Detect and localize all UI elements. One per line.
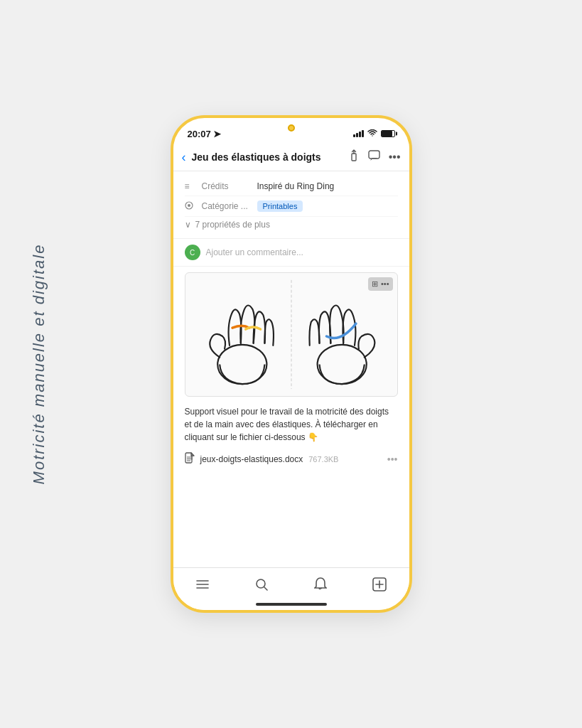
credits-value: Inspiré du Ring Ding (257, 181, 335, 191)
tab-plus[interactable] (365, 572, 394, 601)
comment-input-row[interactable]: C Ajouter un commentaire... (185, 245, 398, 260)
category-label: Catégorie ... (202, 201, 252, 211)
nav-bar: ‹ Jeu des élastiques à doigts ••• (173, 144, 409, 171)
status-icons (353, 129, 395, 138)
share-button[interactable] (348, 149, 360, 165)
wifi-icon (367, 129, 377, 138)
phone-frame: 20:07 ➤ ‹ (171, 115, 412, 613)
comment-section: C Ajouter un commentaire... (173, 239, 409, 267)
battery-icon (381, 130, 395, 137)
tab-list[interactable] (188, 572, 217, 601)
back-button[interactable]: ‹ (182, 150, 186, 165)
notch-dot (288, 124, 295, 132)
properties-section: ≡ Crédits Inspiré du Ring Ding Catégorie… (173, 171, 409, 239)
svg-point-14 (257, 579, 265, 588)
svg-point-3 (188, 204, 190, 207)
more-properties-label: 7 propriétés de plus (195, 220, 270, 230)
comment-button[interactable] (368, 150, 380, 164)
power-button (411, 203, 412, 239)
hands-illustration (185, 273, 397, 396)
file-section[interactable]: jeux-doigts-elastiques.docx 767.3KB ••• (173, 449, 409, 471)
mute-button (171, 189, 172, 209)
tab-bell[interactable] (306, 572, 335, 601)
credits-label: Crédits (202, 181, 252, 191)
category-row: Catégorie ... Printables (185, 196, 398, 217)
comment-placeholder: Ajouter un commentaire... (206, 247, 303, 257)
description-section: Support visuel pour le travail de la mot… (173, 402, 409, 449)
phone-notch (249, 118, 334, 138)
chevron-down-icon: ∨ (185, 220, 191, 230)
search-icon (255, 578, 268, 594)
file-icon (185, 452, 195, 466)
more-button[interactable]: ••• (389, 151, 401, 164)
volume-down-button (171, 255, 172, 283)
description-text: Support visuel pour le travail de la mot… (185, 405, 398, 444)
bell-icon (314, 577, 327, 595)
svg-rect-0 (352, 154, 356, 161)
status-time: 20:07 ➤ (188, 129, 222, 139)
plus-square-icon (372, 577, 387, 595)
credits-row: ≡ Crédits Inspiré du Ring Ding (185, 177, 398, 196)
svg-line-15 (264, 587, 267, 590)
svg-rect-1 (369, 151, 379, 159)
image-more-icon[interactable]: ••• (381, 279, 389, 289)
volume-up-button (171, 218, 172, 246)
vertical-label: Motricité manuelle et digitale (30, 244, 48, 485)
file-name: jeux-doigts-elastiques.docx (200, 454, 303, 464)
nav-actions: ••• (348, 149, 401, 165)
credits-icon: ≡ (185, 181, 196, 191)
avatar: C (185, 245, 200, 260)
hands-image: ⊞ ••• (185, 272, 398, 397)
image-grid-icon[interactable]: ⊞ (372, 279, 378, 289)
file-size: 767.3KB (308, 455, 338, 464)
signal-icon (353, 130, 364, 137)
category-icon (185, 201, 196, 212)
category-badge: Printables (257, 200, 303, 212)
more-properties-row[interactable]: ∨ 7 propriétés de plus (185, 217, 398, 232)
tab-search[interactable] (247, 572, 276, 601)
screen-content: ‹ Jeu des élastiques à doigts ••• (173, 144, 409, 567)
image-overlay[interactable]: ⊞ ••• (368, 277, 393, 291)
file-more-button[interactable]: ••• (387, 454, 398, 465)
list-icon (195, 579, 210, 594)
page-title: Jeu des élastiques à doigts (192, 151, 343, 163)
image-section: ⊞ ••• (173, 267, 409, 402)
home-indicator (256, 603, 327, 606)
